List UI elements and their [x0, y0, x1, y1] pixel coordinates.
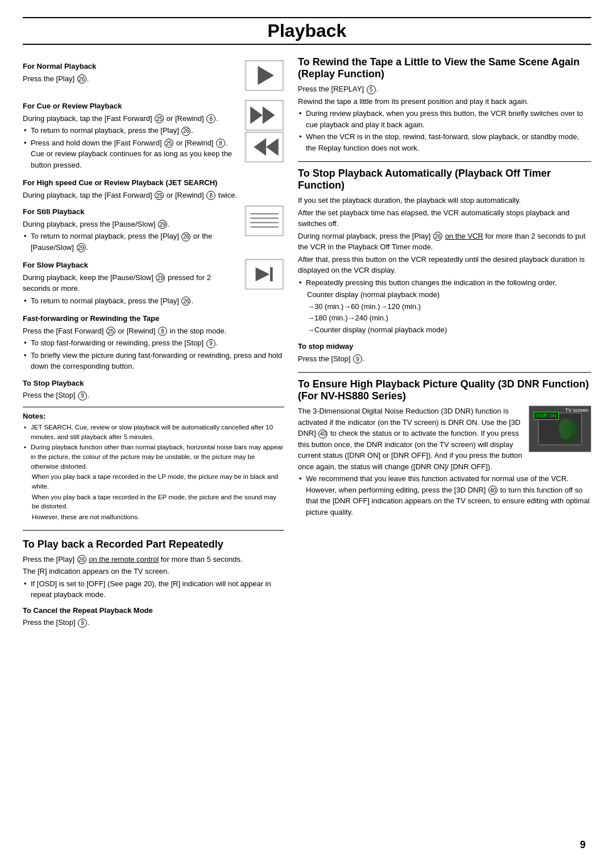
btn-9-stop: 9 — [78, 391, 87, 400]
dnr-image: TV screen DNR ON — [529, 406, 591, 452]
dnr-section: To Ensure High Playback Picture Quality … — [298, 378, 591, 518]
repeat-line2: The [R] indication appears on the TV scr… — [23, 566, 284, 577]
btn-29-slow: 29 — [156, 273, 165, 282]
still-bullet: To return to normal playback, press the … — [23, 231, 284, 253]
play-icons-normal — [244, 61, 284, 93]
btn-26-still: 26 — [181, 232, 190, 241]
replay-heading: To Rewind the Tape a Little to View the … — [298, 56, 591, 80]
auto-stop-intro1: If you set the playback duration, the pl… — [298, 195, 591, 206]
two-col-layout: For Normal Playback Press the [Play] 26. — [23, 55, 591, 629]
page-title-section: Playback — [23, 17, 591, 45]
btn-26-auto: 26 — [433, 232, 442, 241]
svg-marker-4 — [263, 107, 275, 124]
dnr-bullet: We recommend that you leave this functio… — [298, 473, 591, 518]
cue-bullet1: To return to normal playback, press the … — [23, 125, 284, 136]
btn-5-replay: 5 — [367, 85, 376, 94]
btn-25-ff: 25 — [106, 327, 115, 336]
normal-playback-section: For Normal Playback Press the [Play] 26. — [23, 61, 284, 95]
btn-8-cue: 8 — [206, 114, 215, 123]
order-2: →30 (min.)→60 (min.)→120 (min.) — [307, 301, 591, 312]
btn-9-ff: 9 — [206, 339, 215, 348]
btn-26-cue: 26 — [181, 127, 190, 136]
note-3: When you play back a tape recorded in th… — [23, 472, 284, 491]
page-container: Playback For Normal Playback Press the [… — [23, 17, 591, 629]
fast-forward-text: Press the [Fast Forward] 25 or [Rewind] … — [23, 326, 284, 337]
btn-9-midway: 9 — [353, 354, 362, 364]
btn-29-still: 29 — [158, 220, 167, 229]
icon-slow — [244, 260, 284, 289]
btn-25-cue2: 25 — [164, 139, 173, 148]
btn-26-repeat: 26 — [77, 555, 86, 564]
slow-bullet: To return to normal playback, press the … — [23, 295, 284, 307]
repeat-heading: To Play back a Recorded Part Repeatedly — [23, 539, 284, 550]
high-speed-section: For High speed Cue or Review Playback (J… — [23, 177, 284, 201]
btn-8-hs: 8 — [206, 191, 215, 200]
page-number: 9 — [580, 839, 586, 851]
icon-play — [244, 61, 284, 90]
ff-bullet1: To stop fast-forwarding or rewinding, pr… — [23, 337, 284, 349]
svg-marker-1 — [258, 67, 273, 85]
fast-forward-heading: Fast-forwarding or Rewinding the Tape — [23, 313, 284, 324]
play-icon-svg — [245, 60, 284, 91]
replay-intro: Press the [REPLAY] 5. — [298, 84, 591, 95]
ff-bullet2: To briefly view the picture during fast-… — [23, 350, 284, 372]
btn-29-still2: 29 — [77, 243, 86, 252]
svg-point-19 — [566, 419, 577, 436]
dnr-divider — [298, 372, 591, 373]
btn-8-ff: 8 — [158, 327, 167, 336]
stop-playback-text: Press the [Stop] 9. — [23, 390, 284, 401]
dnr-content: TV screen DNR ON The 3-Dimensional Digit… — [298, 406, 591, 473]
cancel-repeat-text: Press the [Stop] 9. — [23, 617, 284, 628]
stop-midway-text: Press the [Stop] 9. — [298, 353, 591, 365]
order-3: →180 (min.)→240 (min.) — [307, 312, 591, 324]
high-speed-heading: For High speed Cue or Review Playback (J… — [23, 177, 284, 189]
left-column: For Normal Playback Press the [Play] 26. — [23, 55, 284, 629]
repeat-bullet: If [OSD] is set to [OFF] (See page 20), … — [23, 578, 284, 600]
dnr-heading: To Ensure High Playback Picture Quality … — [298, 378, 591, 402]
replay-bullet2: When the VCR is in the stop, rewind, fas… — [298, 131, 591, 153]
replay-line2: Rewind the tape a little from its presen… — [298, 96, 591, 107]
notes-section: Notes: JET SEARCH, Cue, review or slow p… — [23, 407, 284, 522]
stop-playback-section: To Stop Playback Press the [Stop] 9. — [23, 378, 284, 401]
note-1: JET SEARCH, Cue, review or slow playback… — [23, 423, 284, 441]
repeat-underline: on the remote control — [89, 555, 159, 564]
auto-stop-intro3: During normal playback, press the [Play]… — [298, 231, 591, 253]
btn-9-cancel: 9 — [78, 619, 87, 628]
btn-25-cue: 25 — [155, 114, 164, 123]
still-playback-section: For Still Playback During playback, pres… — [23, 206, 284, 254]
svg-marker-3 — [250, 107, 263, 124]
replay-bullet1: During review playback, when you press t… — [298, 108, 591, 130]
order-1: Counter display (normal playback mode) — [307, 289, 591, 301]
note-4: When you play back a tape recorded in th… — [23, 493, 284, 511]
auto-stop-order: Counter display (normal playback mode) →… — [298, 289, 591, 335]
btn-26-slow: 26 — [181, 297, 190, 306]
notes-label: Notes: — [23, 411, 284, 422]
cue-playback-section: For Cue or Review Playback During playba… — [23, 101, 284, 172]
btn-40-dnr: 40 — [318, 429, 327, 439]
note-2: During playback function other than norm… — [23, 443, 284, 471]
auto-stop-divider — [298, 161, 591, 162]
note-5: However, these are not malfunctions. — [23, 512, 284, 522]
repeat-section: To Play back a Recorded Part Repeatedly … — [23, 539, 284, 628]
repeat-intro: Press the [Play] 26 on the remote contro… — [23, 554, 284, 565]
btn-40-dnr2: 40 — [488, 486, 497, 495]
repeat-divider — [23, 530, 284, 531]
auto-stop-bullet: Repeatedly pressing this button changes … — [298, 277, 591, 289]
auto-stop-heading: To Stop Playback Automatically (Playback… — [298, 168, 591, 191]
auto-stop-intro4: After that, press this button on the VCR… — [298, 254, 591, 276]
right-column: To Rewind the Tape a Little to View the … — [298, 55, 591, 629]
stop-playback-heading: To Stop Playback — [23, 378, 284, 389]
slow-icon-svg — [245, 258, 284, 290]
btn-8-cue2: 8 — [216, 139, 225, 148]
btn-25-hs: 25 — [155, 191, 164, 200]
replay-section: To Rewind the Tape a Little to View the … — [298, 56, 591, 153]
dnr-on-badge: DNR ON — [534, 412, 559, 420]
auto-stop-intro2: After the set playback time has elapsed,… — [298, 207, 591, 229]
btn-26-normal: 26 — [77, 74, 86, 84]
dnr-image-label: TV screen — [565, 407, 588, 413]
stop-midway-heading: To stop midway — [298, 341, 591, 352]
order-4: →Counter display (normal playback mode) — [307, 324, 591, 336]
cancel-repeat-heading: To Cancel the Repeat Playback Mode — [23, 605, 284, 616]
auto-stop-underline: on the VCR — [445, 232, 483, 240]
slow-playback-section: For Slow Playback During playback, keep … — [23, 260, 284, 307]
